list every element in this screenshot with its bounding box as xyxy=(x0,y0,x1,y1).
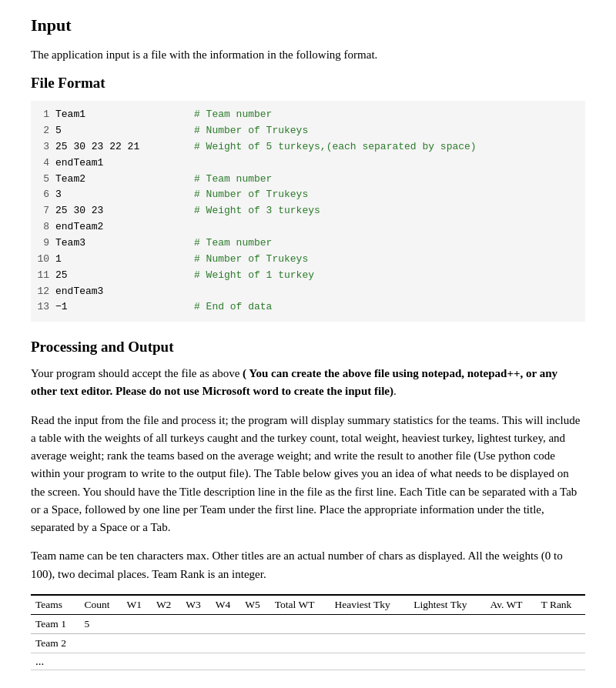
line-number: 2 xyxy=(31,123,52,139)
table-body: Team 15Team 2... xyxy=(31,614,585,670)
line-number: 13 xyxy=(31,299,52,316)
table-header-cell: Teams xyxy=(31,595,79,615)
line-comment xyxy=(191,219,585,235)
table-cell xyxy=(152,614,181,633)
para1-prefix: Your program should accept the file as a… xyxy=(31,367,243,379)
summary-table: TeamsCountW1W2W3W4W5Total WTHeaviest Tky… xyxy=(31,594,585,670)
table-cell xyxy=(211,614,240,633)
code-line: 3 25 30 23 22 21# Weight of 5 turkeys,(e… xyxy=(31,139,585,155)
line-number: 7 xyxy=(31,203,52,219)
table-cell xyxy=(240,633,270,653)
table-cell xyxy=(181,614,210,633)
line-comment: # Weight of 3 turkeys xyxy=(191,203,585,219)
table-cell xyxy=(330,633,410,653)
line-number: 9 xyxy=(31,235,52,252)
code-line: 7 25 30 23# Weight of 3 turkeys xyxy=(31,203,585,219)
line-comment: # Team number xyxy=(191,107,585,123)
table-header-cell: Lightest Tky xyxy=(409,595,485,615)
line-number: 5 xyxy=(31,172,52,188)
line-comment: # Number of Trukeys xyxy=(191,252,585,268)
table-header-cell: Total WT xyxy=(270,595,330,615)
line-comment: # Number of Trukeys xyxy=(191,187,585,203)
table-header-cell: T Rank xyxy=(537,595,586,615)
table-cell xyxy=(485,614,536,633)
code-line: 2 5# Number of Trukeys xyxy=(31,123,585,139)
line-content: endTeam3 xyxy=(52,284,191,300)
code-line: 11 25# Weight of 1 turkey xyxy=(31,268,585,284)
code-table: 1 Team1# Team number2 5# Number of Truke… xyxy=(31,107,585,316)
table-header-row: TeamsCountW1W2W3W4W5Total WTHeaviest Tky… xyxy=(31,595,585,615)
table-header-cell: W1 xyxy=(122,595,151,615)
line-content: 1 xyxy=(52,252,191,268)
code-line: 10 1# Number of Trukeys xyxy=(31,252,585,268)
code-line: 12 endTeam3 xyxy=(31,284,585,300)
input-intro: The application input is a file with the… xyxy=(31,46,585,64)
code-line: 13 −1# End of data xyxy=(31,299,585,316)
table-cell xyxy=(330,614,410,633)
table-cell xyxy=(152,633,181,653)
processing-title: Processing and Output xyxy=(31,339,585,356)
table-cell xyxy=(211,633,240,653)
table-row: Team 2 xyxy=(31,633,585,653)
code-line: 4 endTeam1 xyxy=(31,155,585,172)
line-comment: # Team number xyxy=(191,235,585,252)
line-content: 25 30 23 xyxy=(52,203,191,219)
table-cell xyxy=(79,633,122,653)
line-number: 10 xyxy=(31,252,52,268)
line-content: 5 xyxy=(52,123,191,139)
table-cell xyxy=(409,614,485,633)
line-number: 8 xyxy=(31,219,52,235)
line-content: Team3 xyxy=(52,235,191,252)
code-block: 1 Team1# Team number2 5# Number of Truke… xyxy=(31,101,585,322)
processing-para3: Team name can be ten characters max. Oth… xyxy=(31,547,585,583)
code-line: 5 Team2# Team number xyxy=(31,172,585,188)
ellipsis-row: ... xyxy=(31,653,585,670)
table-header-cell: W4 xyxy=(211,595,240,615)
code-line: 6 3# Number of Trukeys xyxy=(31,187,585,203)
table-cell xyxy=(537,614,586,633)
line-content: 3 xyxy=(52,187,191,203)
line-content: −1 xyxy=(52,299,191,316)
table-header-cell: Count xyxy=(79,595,122,615)
processing-para2: Read the input from the file and process… xyxy=(31,412,585,537)
line-comment xyxy=(191,155,585,172)
code-line: 1 Team1# Team number xyxy=(31,107,585,123)
table-cell xyxy=(485,633,536,653)
table-cell: Team 1 xyxy=(31,614,79,633)
line-content: 25 xyxy=(52,268,191,284)
table-header-cell: Heaviest Tky xyxy=(330,595,410,615)
table-cell xyxy=(409,633,485,653)
line-number: 4 xyxy=(31,155,52,172)
file-format-title: File Format xyxy=(31,75,585,92)
table-cell: Team 2 xyxy=(31,633,79,653)
table-cell xyxy=(270,633,330,653)
table-cell xyxy=(240,614,270,633)
table-row: Team 15 xyxy=(31,614,585,633)
ellipsis-cell: ... xyxy=(31,653,585,670)
line-comment: # Weight of 5 turkeys,(each separated by… xyxy=(191,139,585,155)
processing-para1: Your program should accept the file as a… xyxy=(31,365,585,401)
table-cell: 5 xyxy=(79,614,122,633)
line-content: Team2 xyxy=(52,172,191,188)
code-line: 8 endTeam2 xyxy=(31,219,585,235)
line-comment: # Team number xyxy=(191,172,585,188)
line-comment xyxy=(191,284,585,300)
line-number: 3 xyxy=(31,139,52,155)
line-number: 12 xyxy=(31,284,52,300)
line-content: endTeam2 xyxy=(52,219,191,235)
line-content: Team1 xyxy=(52,107,191,123)
line-content: endTeam1 xyxy=(52,155,191,172)
table-cell xyxy=(122,614,151,633)
input-title: Input xyxy=(31,15,585,35)
line-comment: # Number of Trukeys xyxy=(191,123,585,139)
line-number: 1 xyxy=(31,107,52,123)
line-number: 11 xyxy=(31,268,52,284)
table-cell xyxy=(181,633,210,653)
table-cell xyxy=(537,633,586,653)
para1-suffix: . xyxy=(393,385,397,397)
line-number: 6 xyxy=(31,187,52,203)
table-header-cell: W3 xyxy=(181,595,210,615)
table-header-cell: W5 xyxy=(240,595,270,615)
line-comment: # Weight of 1 turkey xyxy=(191,268,585,284)
line-content: 25 30 23 22 21 xyxy=(52,139,191,155)
